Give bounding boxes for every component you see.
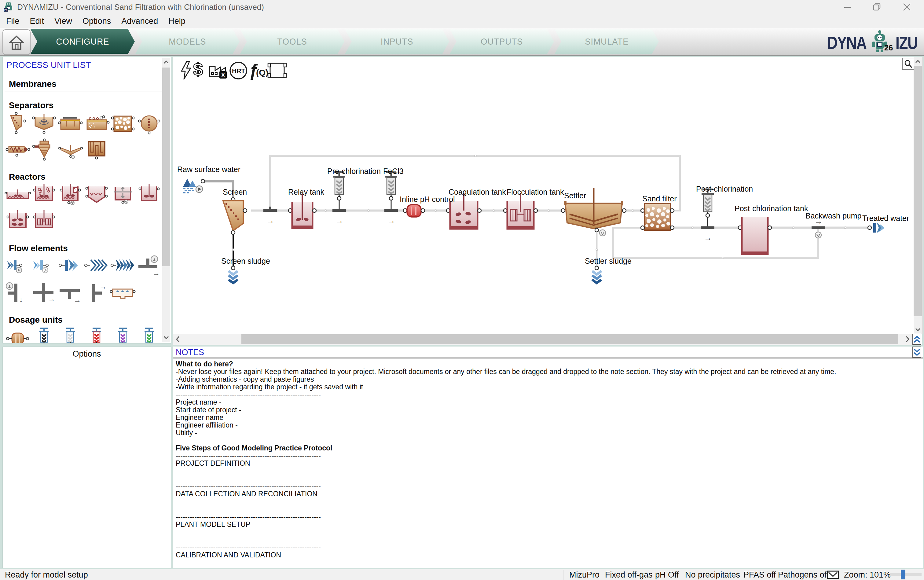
scroll-down-icon[interactable] xyxy=(162,333,170,342)
icon-sampled-reactor[interactable] xyxy=(57,183,83,208)
notes-line: What to do here? xyxy=(176,360,923,368)
icon-floc-reactor[interactable] xyxy=(31,183,57,208)
notes-line: Project name - xyxy=(176,399,923,406)
icon-tee-pump-down[interactable]: ↓ xyxy=(5,281,31,306)
unit-inline-ph-control[interactable] xyxy=(404,205,425,217)
canvas-hscrollbar[interactable] xyxy=(173,334,922,345)
icon-thickener[interactable] xyxy=(31,112,57,137)
icon-lamella-settler[interactable] xyxy=(57,138,83,163)
status-ph[interactable]: pH Off xyxy=(655,570,679,580)
icon-doser-red[interactable]: → xyxy=(83,326,110,343)
unit-relay-tank[interactable] xyxy=(288,194,316,228)
status-pfas[interactable]: PFAS off xyxy=(743,570,776,580)
close-button[interactable] xyxy=(897,0,917,14)
icon-influent-pump[interactable] xyxy=(5,255,31,280)
menu-file[interactable]: File xyxy=(0,16,25,26)
icon-cross-junction[interactable]: → xyxy=(31,281,57,306)
icon-tee-down[interactable]: → xyxy=(57,281,83,306)
icon-effluent-bold[interactable] xyxy=(57,255,83,280)
status-offgas[interactable]: Fixed off-gas xyxy=(605,570,653,580)
canvas-scroll-right-icon[interactable] xyxy=(904,334,911,345)
flow-function-icon[interactable]: ƒ (Q) xyxy=(249,61,268,80)
canvas-vscrollbar[interactable] xyxy=(914,57,922,334)
icon-disc-separator[interactable] xyxy=(136,112,162,137)
icon-effluent-thin[interactable] xyxy=(83,255,110,280)
menu-advanced[interactable]: Advanced xyxy=(116,16,163,26)
icon-updown-reactor[interactable] xyxy=(110,183,136,208)
icon-clarifier[interactable] xyxy=(57,112,83,137)
icon-shallow-basin-reactor[interactable] xyxy=(5,183,31,208)
unit-treated-water[interactable] xyxy=(868,222,884,233)
flowsheet-canvas[interactable]: $ X HRT ƒ (Q) xyxy=(173,57,923,334)
icon-tee-right[interactable]: → xyxy=(83,281,110,306)
scroll-up-icon[interactable] xyxy=(162,58,170,66)
hrt-icon[interactable]: HRT xyxy=(230,63,247,79)
canvas-vscroll-thumb[interactable] xyxy=(914,66,922,316)
icon-grid-paddle-reactor[interactable] xyxy=(31,209,57,234)
status-mode[interactable]: MizuPro xyxy=(569,570,600,580)
energy-icon[interactable] xyxy=(181,61,191,79)
unit-list-scroll-thumb[interactable] xyxy=(162,68,170,266)
settler-sludge-outfall[interactable] xyxy=(592,266,601,283)
icon-flotation[interactable] xyxy=(83,112,110,137)
tab-configure[interactable]: CONFIGURE xyxy=(31,29,135,54)
icon-influent-pump-alt[interactable] xyxy=(31,255,57,280)
canvas-scroll-up-icon[interactable] xyxy=(914,57,922,66)
menu-help[interactable]: Help xyxy=(163,16,191,26)
icon-hopper-reactor[interactable] xyxy=(83,183,110,208)
mail-button[interactable] xyxy=(827,570,839,579)
backwash-pipe[interactable] xyxy=(613,227,818,258)
icon-hydrocyclone[interactable] xyxy=(31,138,57,163)
tab-tools[interactable]: TOOLS xyxy=(240,29,344,54)
icon-inline-doser[interactable] xyxy=(5,326,31,343)
notes-content[interactable]: What to do here? -Never lose your files … xyxy=(173,358,923,559)
menu-view[interactable]: View xyxy=(49,16,77,26)
cost-icon[interactable]: $ xyxy=(193,59,203,79)
zoom-slider-track[interactable] xyxy=(890,573,922,576)
menu-options[interactable]: Options xyxy=(77,16,116,26)
canvas-scroll-down-icon[interactable] xyxy=(914,325,922,334)
icon-doser-black[interactable]: → xyxy=(31,326,57,343)
icon-filter-press[interactable] xyxy=(83,138,110,163)
home-button[interactable] xyxy=(2,29,31,55)
icon-filter-bed[interactable] xyxy=(110,112,136,137)
unit-post-chlorination[interactable]: → xyxy=(701,189,715,242)
unit-sand-filter[interactable] xyxy=(641,204,674,230)
icon-doser-purple[interactable]: → xyxy=(110,326,136,343)
unit-fecl3[interactable]: → xyxy=(384,171,398,225)
unit-flocculation-tank[interactable] xyxy=(504,193,537,229)
unit-raw-surface-water[interactable] xyxy=(183,179,205,193)
canvas-hscroll-thumb[interactable] xyxy=(241,334,898,344)
report-scroll-icon[interactable] xyxy=(268,63,286,77)
icon-weir[interactable] xyxy=(110,281,136,306)
status-pathogens[interactable]: Pathogens off xyxy=(778,570,828,580)
expand-canvas-button[interactable] xyxy=(912,334,921,345)
unit-post-chlorination-tank[interactable] xyxy=(738,217,771,254)
zoom-search-button[interactable] xyxy=(902,58,914,70)
factory-x-icon[interactable]: X xyxy=(209,66,227,79)
icon-dual-paddle-reactor[interactable] xyxy=(5,209,31,234)
tab-simulate[interactable]: SIMULATE xyxy=(555,29,659,54)
zoom-slider-thumb[interactable] xyxy=(901,570,905,579)
tab-outputs[interactable]: OUTPUTS xyxy=(450,29,554,54)
icon-doser-green[interactable]: → xyxy=(136,326,162,343)
screen-sludge-outfall[interactable] xyxy=(229,266,238,283)
icon-doser-white[interactable]: → xyxy=(57,326,83,343)
canvas-scroll-left-icon[interactable] xyxy=(173,334,183,345)
icon-stirred-tank[interactable] xyxy=(136,183,162,208)
restore-button[interactable] xyxy=(867,0,887,14)
collapse-notes-button[interactable] xyxy=(912,346,921,358)
tab-models[interactable]: MODELS xyxy=(135,29,240,54)
minimize-button[interactable] xyxy=(838,0,857,14)
tab-inputs[interactable]: INPUTS xyxy=(345,29,449,54)
icon-settling-cone[interactable] xyxy=(5,112,31,137)
icon-effluent-multi[interactable] xyxy=(110,255,136,280)
icon-tee-pump-up[interactable]: → xyxy=(136,255,162,280)
unit-screen[interactable] xyxy=(223,198,247,234)
unit-pre-chlorination[interactable]: → xyxy=(333,171,346,225)
unit-list-scrollbar[interactable] xyxy=(162,58,170,342)
junction-tee[interactable]: → xyxy=(264,207,277,225)
icon-screw-press[interactable] xyxy=(5,138,31,163)
status-precipitates[interactable]: No precipitates xyxy=(685,570,740,580)
menu-edit[interactable]: Edit xyxy=(25,16,49,26)
